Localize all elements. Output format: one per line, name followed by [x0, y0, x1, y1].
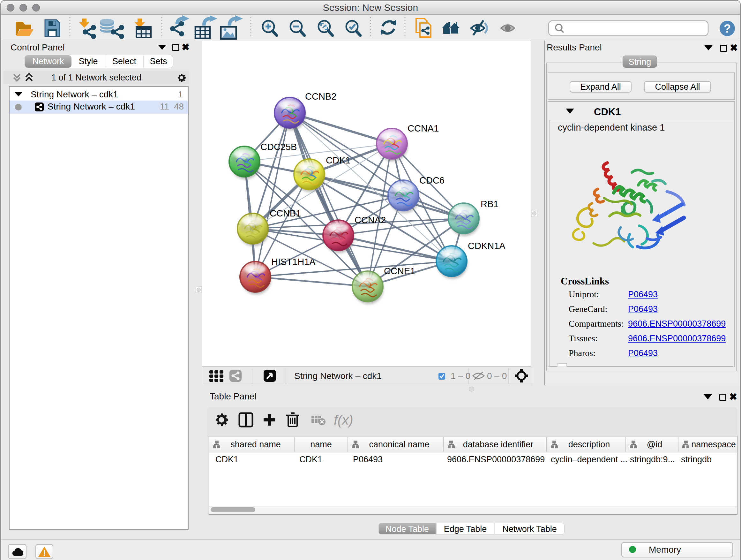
svg-text:@id: @id [647, 440, 662, 449]
svg-text:CCNB1: CCNB1 [270, 208, 301, 219]
svg-text:canonical name: canonical name [369, 440, 429, 449]
svg-text:CDC6: CDC6 [419, 175, 445, 186]
svg-text:description: description [568, 440, 610, 449]
svg-text:CCNB2: CCNB2 [305, 91, 336, 102]
svg-text:?: ? [724, 22, 731, 35]
svg-text:CDKN1A: CDKN1A [468, 241, 506, 251]
svg-text:HIST1H1A: HIST1H1A [271, 257, 316, 267]
svg-text:CCNE1: CCNE1 [384, 266, 415, 276]
svg-text:CDC25B: CDC25B [260, 142, 297, 152]
svg-text:shared name: shared name [230, 440, 281, 449]
svg-text:CDK1: CDK1 [326, 155, 350, 165]
svg-text:f(x): f(x) [334, 413, 353, 428]
svg-text:CCNA2: CCNA2 [354, 215, 386, 225]
svg-text:database identifier: database identifier [463, 440, 534, 449]
svg-text:name: name [310, 440, 332, 449]
svg-text:CCNA1: CCNA1 [408, 123, 439, 133]
svg-text:RB1: RB1 [481, 199, 498, 209]
svg-text:namespace: namespace [691, 440, 736, 449]
